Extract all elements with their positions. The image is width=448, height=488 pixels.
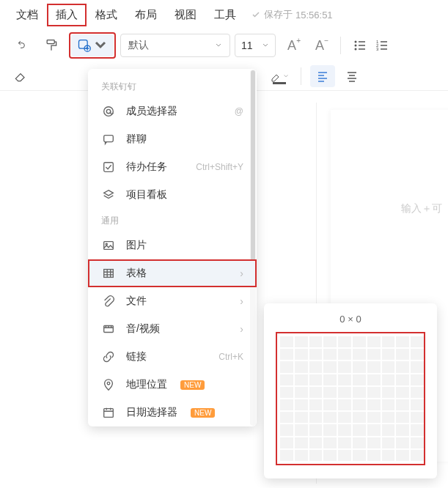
- table-grid-cell[interactable]: [323, 399, 337, 410]
- table-grid-cell[interactable]: [367, 412, 381, 423]
- table-grid-cell[interactable]: [367, 374, 381, 385]
- dd-member-picker[interactable]: 成员选择器 @: [88, 97, 257, 125]
- table-grid-cell[interactable]: [338, 437, 351, 448]
- dd-media[interactable]: 音/视频 ›: [88, 315, 257, 343]
- table-grid-cell[interactable]: [411, 424, 424, 435]
- table-grid-cell[interactable]: [309, 387, 323, 398]
- table-grid-cell[interactable]: [323, 336, 337, 347]
- table-grid-cell[interactable]: [411, 374, 424, 385]
- table-grid-cell[interactable]: [323, 387, 337, 398]
- table-grid-cell[interactable]: [367, 399, 381, 410]
- table-grid-cell[interactable]: [396, 361, 409, 372]
- table-grid-cell[interactable]: [338, 399, 351, 410]
- table-grid-cell[interactable]: [367, 336, 381, 347]
- bullet-list-button[interactable]: [350, 35, 370, 56]
- table-grid-cell[interactable]: [353, 387, 366, 398]
- align-left-button[interactable]: [310, 65, 335, 87]
- table-grid-cell[interactable]: [280, 437, 293, 448]
- eraser-button[interactable]: [7, 63, 34, 89]
- table-grid-cell[interactable]: [396, 437, 409, 448]
- table-grid-cell[interactable]: [338, 387, 351, 398]
- font-family-select[interactable]: 默认: [120, 34, 230, 57]
- highlight-button[interactable]: [267, 65, 292, 87]
- table-grid-cell[interactable]: [323, 361, 337, 372]
- dd-image[interactable]: 图片: [88, 232, 257, 259]
- table-grid-cell[interactable]: [353, 437, 366, 448]
- table-grid-cell[interactable]: [353, 399, 366, 410]
- table-grid-cell[interactable]: [353, 450, 366, 461]
- table-grid-cell[interactable]: [309, 424, 323, 435]
- table-grid-cell[interactable]: [382, 336, 395, 347]
- table-grid-cell[interactable]: [309, 437, 323, 448]
- table-grid-cell[interactable]: [382, 424, 395, 435]
- dd-location[interactable]: 地理位置 NEW: [88, 371, 257, 399]
- table-grid-cell[interactable]: [323, 450, 337, 461]
- table-grid-cell[interactable]: [411, 437, 424, 448]
- table-grid-cell[interactable]: [295, 424, 308, 435]
- table-grid-cell[interactable]: [338, 336, 351, 347]
- table-grid-cell[interactable]: [353, 412, 366, 423]
- menu-layout[interactable]: 布局: [126, 4, 166, 26]
- numbered-list-button[interactable]: 123: [372, 35, 392, 56]
- table-grid-cell[interactable]: [411, 361, 424, 372]
- table-grid-cell[interactable]: [396, 399, 409, 410]
- table-grid-cell[interactable]: [280, 336, 293, 347]
- table-grid-cell[interactable]: [323, 374, 337, 385]
- table-grid-cell[interactable]: [382, 374, 395, 385]
- table-grid-cell[interactable]: [295, 437, 308, 448]
- menu-view[interactable]: 视图: [166, 4, 205, 26]
- table-grid-cell[interactable]: [353, 374, 366, 385]
- table-grid-cell[interactable]: [382, 412, 395, 423]
- font-size-select[interactable]: 11: [235, 34, 276, 57]
- table-grid-cell[interactable]: [367, 437, 381, 448]
- table-grid-cell[interactable]: [295, 412, 308, 423]
- table-grid-cell[interactable]: [338, 374, 351, 385]
- table-grid-cell[interactable]: [280, 424, 293, 435]
- table-grid-cell[interactable]: [280, 399, 293, 410]
- table-grid-cell[interactable]: [411, 399, 424, 410]
- table-grid-cell[interactable]: [411, 349, 424, 360]
- format-painter-button[interactable]: [38, 32, 65, 59]
- dd-todo[interactable]: 待办任务 Ctrl+Shift+Y: [88, 153, 257, 181]
- dd-link[interactable]: 链接 Ctrl+K: [88, 343, 257, 371]
- table-grid-cell[interactable]: [353, 349, 366, 360]
- table-grid-cell[interactable]: [295, 399, 308, 410]
- table-grid-cell[interactable]: [323, 424, 337, 435]
- table-grid-cell[interactable]: [338, 450, 351, 461]
- dd-date-picker[interactable]: 日期选择器 NEW: [88, 399, 257, 426]
- table-grid-cell[interactable]: [280, 374, 293, 385]
- table-grid-cell[interactable]: [309, 450, 323, 461]
- table-grid-cell[interactable]: [338, 361, 351, 372]
- table-grid-cell[interactable]: [295, 387, 308, 398]
- insert-button[interactable]: [71, 34, 114, 56]
- table-grid-cell[interactable]: [353, 424, 366, 435]
- table-grid-cell[interactable]: [396, 450, 409, 461]
- table-grid-cell[interactable]: [382, 437, 395, 448]
- table-grid-cell[interactable]: [411, 387, 424, 398]
- table-grid-cell[interactable]: [367, 361, 381, 372]
- table-grid-cell[interactable]: [353, 336, 366, 347]
- table-grid-cell[interactable]: [382, 399, 395, 410]
- dd-group-chat[interactable]: 群聊: [88, 125, 257, 153]
- table-grid-cell[interactable]: [396, 412, 409, 423]
- table-grid-cell[interactable]: [323, 412, 337, 423]
- table-grid-cell[interactable]: [382, 349, 395, 360]
- table-grid-cell[interactable]: [309, 374, 323, 385]
- table-grid-cell[interactable]: [382, 361, 395, 372]
- dd-file[interactable]: 文件 ›: [88, 287, 257, 315]
- table-grid-cell[interactable]: [411, 412, 424, 423]
- table-grid-cell[interactable]: [295, 361, 308, 372]
- table-grid-cell[interactable]: [280, 450, 293, 461]
- table-grid-cell[interactable]: [309, 349, 323, 360]
- table-grid-cell[interactable]: [280, 387, 293, 398]
- align-center-button[interactable]: [339, 65, 364, 87]
- table-grid-cell[interactable]: [309, 361, 323, 372]
- table-grid-cell[interactable]: [309, 399, 323, 410]
- table-grid-cell[interactable]: [353, 361, 366, 372]
- table-grid-cell[interactable]: [367, 450, 381, 461]
- table-grid-cell[interactable]: [396, 424, 409, 435]
- table-grid-cell[interactable]: [309, 412, 323, 423]
- table-grid-cell[interactable]: [295, 450, 308, 461]
- table-grid-cell[interactable]: [280, 412, 293, 423]
- menu-document[interactable]: 文档: [7, 4, 47, 26]
